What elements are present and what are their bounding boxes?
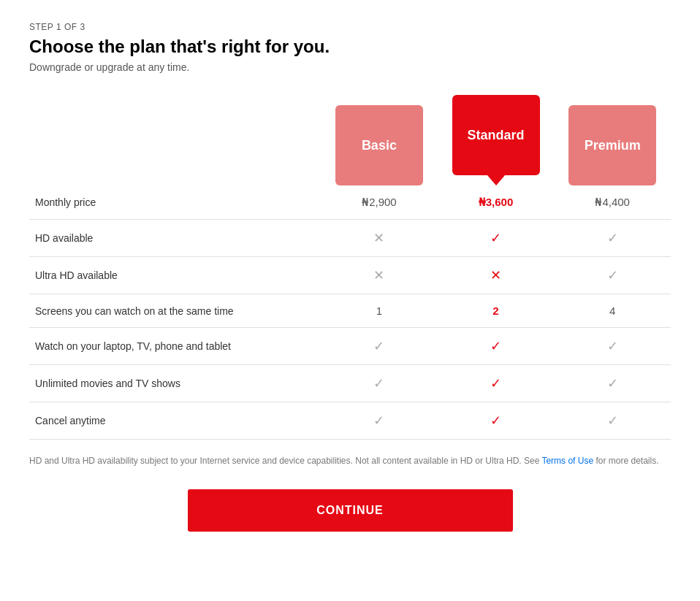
check-icon-standard-5: ✓ <box>490 376 501 391</box>
check-icon-premium-1: ✓ <box>607 231 618 245</box>
feature-label-3: Screens you can watch on at the same tim… <box>29 294 321 328</box>
feature-basic-4: ✓ <box>321 328 438 365</box>
feature-label-2: Ultra HD available <box>29 257 321 294</box>
number-premium-3: 4 <box>609 305 615 317</box>
step-label: STEP 1 OF 3 <box>29 22 671 32</box>
feature-premium-1: ✓ <box>554 220 671 257</box>
basic-plan-card[interactable]: Basic <box>335 105 423 185</box>
page-title: Choose the plan that's right for you. <box>29 37 671 57</box>
feature-premium-4: ✓ <box>554 328 671 365</box>
standard-plan-cell[interactable]: Standard <box>438 95 555 185</box>
check-icon-premium-6: ✓ <box>607 413 618 428</box>
cross-icon-basic-1: ✕ <box>373 231 384 245</box>
feature-row-0: Monthly price₦2,900₦3,600₦4,400 <box>29 185 671 220</box>
check-icon-premium-5: ✓ <box>607 376 618 391</box>
feature-premium-2: ✓ <box>554 257 671 294</box>
feature-standard-2: ✕ <box>438 257 555 294</box>
feature-standard-5: ✓ <box>438 365 555 402</box>
feature-label-1: HD available <box>29 220 321 257</box>
feature-standard-1: ✓ <box>438 220 555 257</box>
premium-plan-label: Premium <box>585 138 641 153</box>
check-icon-premium-2: ✓ <box>607 268 618 283</box>
feature-basic-0: ₦2,900 <box>321 185 438 220</box>
check-icon-standard-6: ✓ <box>490 413 501 428</box>
selected-plan-arrow <box>487 175 505 185</box>
feature-label-0: Monthly price <box>29 185 321 220</box>
feature-premium-6: ✓ <box>554 402 671 440</box>
feature-standard-3: 2 <box>438 294 555 328</box>
standard-plan-label: Standard <box>468 128 525 143</box>
disclaimer-text-after: for more details. <box>593 456 658 466</box>
check-icon-basic-6: ✓ <box>373 413 384 428</box>
feature-basic-5: ✓ <box>321 365 438 402</box>
feature-basic-1: ✕ <box>321 220 438 257</box>
plan-header-row: Basic Standard Premium <box>29 95 671 185</box>
price-standard: ₦3,600 <box>479 196 514 208</box>
feature-row-1: HD available✕✓✓ <box>29 220 671 257</box>
check-icon-basic-5: ✓ <box>373 376 384 391</box>
price-basic: ₦2,900 <box>362 196 397 208</box>
page-subtitle: Downgrade or upgrade at any time. <box>29 61 671 73</box>
feature-row-6: Cancel anytime✓✓✓ <box>29 402 671 440</box>
premium-plan-cell[interactable]: Premium <box>554 95 671 185</box>
basic-plan-label: Basic <box>362 138 397 153</box>
cross-red-icon-standard-2: ✕ <box>490 268 501 283</box>
feature-label-5: Unlimited movies and TV shows <box>29 365 321 402</box>
number-basic-3: 1 <box>376 305 382 317</box>
feature-row-3: Screens you can watch on at the same tim… <box>29 294 671 328</box>
feature-premium-5: ✓ <box>554 365 671 402</box>
number-standard-3: 2 <box>492 305 498 317</box>
feature-basic-2: ✕ <box>321 257 438 294</box>
feature-premium-0: ₦4,400 <box>554 185 671 220</box>
check-icon-standard-4: ✓ <box>490 339 501 353</box>
premium-card-wrapper: Premium <box>560 105 665 185</box>
check-icon-premium-4: ✓ <box>607 339 618 353</box>
price-premium: ₦4,400 <box>595 196 630 208</box>
feature-row-4: Watch on your laptop, TV, phone and tabl… <box>29 328 671 365</box>
basic-card-wrapper: Basic <box>327 105 432 185</box>
feature-basic-6: ✓ <box>321 402 438 440</box>
check-icon-standard-1: ✓ <box>490 231 501 245</box>
feature-label-6: Cancel anytime <box>29 402 321 440</box>
feature-standard-0: ₦3,600 <box>438 185 555 220</box>
standard-plan-card[interactable]: Standard <box>452 95 540 175</box>
terms-of-use-link[interactable]: Terms of Use <box>541 456 593 466</box>
continue-button[interactable]: CONTINUE <box>188 489 513 532</box>
feature-basic-3: 1 <box>321 294 438 328</box>
feature-label-4: Watch on your laptop, TV, phone and tabl… <box>29 328 321 365</box>
premium-plan-card[interactable]: Premium <box>568 105 656 185</box>
standard-card-wrapper: Standard <box>444 95 549 185</box>
cross-icon-basic-2: ✕ <box>373 268 384 283</box>
feature-standard-4: ✓ <box>438 328 555 365</box>
disclaimer-text-before: HD and Ultra HD availability subject to … <box>29 456 541 466</box>
feature-row-5: Unlimited movies and TV shows✓✓✓ <box>29 365 671 402</box>
feature-standard-6: ✓ <box>438 402 555 440</box>
feature-row-2: Ultra HD available✕✕✓ <box>29 257 671 294</box>
feature-premium-3: 4 <box>554 294 671 328</box>
disclaimer: HD and Ultra HD availability subject to … <box>29 454 671 467</box>
check-icon-basic-4: ✓ <box>373 339 384 353</box>
basic-plan-cell[interactable]: Basic <box>321 95 438 185</box>
